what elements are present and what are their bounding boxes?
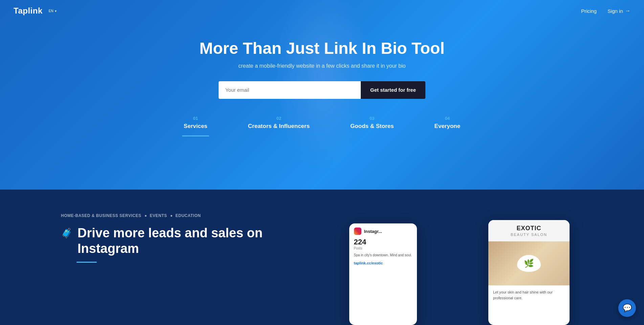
insta-body: 224 Posts Spa in city's downtown. Mind a… — [349, 238, 417, 265]
instagram-phone-mockup: Instagr... 224 Posts Spa in city's downt… — [349, 223, 417, 325]
chat-button[interactable]: 💬 — [618, 299, 636, 317]
hero-subtitle: create a mobile-friendly website in a fe… — [199, 63, 444, 69]
insta-stat-number: 224 — [354, 238, 412, 246]
lower-tags: HOME-BASED & BUSINESS SERVICES EVENTS ED… — [61, 213, 315, 218]
tab-number-1: 01 — [184, 116, 207, 121]
beauty-card-text: Let your skin and hair shine with our pr… — [488, 285, 570, 305]
heading-underline — [76, 262, 97, 263]
beauty-card-subtitle: BEAUTY SALON — [493, 233, 565, 237]
hero-title: More Than Just Link In Bio Tool — [199, 40, 444, 58]
phone-mockups-area: Instagr... 224 Posts Spa in city's downt… — [329, 210, 583, 325]
email-input[interactable] — [219, 81, 361, 99]
tab-goods[interactable]: 03 Goods & Stores — [330, 112, 414, 136]
tab-number-3: 03 — [350, 116, 394, 121]
tabs-bar: 01 Services 02 Creators & Influencers 03… — [163, 99, 481, 136]
beauty-card-header: EXOTIC BEAUTY SALON — [488, 220, 570, 241]
signin-label: Sign in — [607, 8, 623, 14]
lower-content: HOME-BASED & BUSINESS SERVICES EVENTS ED… — [0, 210, 644, 325]
tab-label-everyone: Everyone — [435, 123, 461, 130]
insta-url: taplink.cc/exotic — [354, 261, 412, 265]
dot-1 — [145, 215, 147, 217]
hero-content: More Than Just Link In Bio Tool create a… — [199, 40, 444, 99]
lower-text: HOME-BASED & BUSINESS SERVICES EVENTS ED… — [61, 210, 315, 263]
lower-section: HOME-BASED & BUSINESS SERVICES EVENTS ED… — [0, 190, 644, 325]
tab-number-2: 02 — [248, 116, 310, 121]
hero-form: Get started for free — [199, 81, 444, 99]
tab-number-4: 04 — [435, 116, 461, 121]
tab-everyone[interactable]: 04 Everyone — [414, 112, 481, 136]
pricing-link[interactable]: Pricing — [581, 8, 597, 14]
tab-label-goods: Goods & Stores — [350, 123, 394, 130]
instagram-icon — [354, 228, 361, 235]
tab-label-creators: Creators & Influencers — [248, 123, 310, 130]
nav-right: Pricing Sign in → — [581, 8, 630, 14]
tag-2: EVENTS — [150, 213, 167, 218]
heading-line-1: Drive more leads and sales on — [77, 225, 263, 241]
tag-1: HOME-BASED & BUSINESS SERVICES — [61, 213, 141, 218]
arrow-icon: → — [625, 8, 630, 14]
lower-heading: 🧳 Drive more leads and sales on Instagra… — [61, 225, 315, 256]
navbar: Taplink EN ▾ Pricing Sign in → — [0, 0, 644, 22]
dot-2 — [171, 215, 172, 217]
chat-icon: 💬 — [623, 304, 632, 312]
heading-line-2: Instagram — [77, 241, 263, 257]
leaf-icon: 🌿 — [524, 259, 534, 268]
beauty-bowl: 🌿 — [517, 255, 541, 272]
language-selector[interactable]: EN ▾ — [49, 9, 57, 13]
briefcase-icon: 🧳 — [61, 228, 73, 239]
tab-label-services: Services — [184, 123, 207, 130]
chevron-down-icon: ▾ — [55, 9, 57, 13]
tab-services[interactable]: 01 Services — [163, 112, 228, 136]
insta-stat-label: Posts — [354, 246, 412, 250]
insta-header: Instagr... — [349, 223, 417, 238]
get-started-button[interactable]: Get started for free — [361, 81, 425, 99]
insta-bio: Spa in city's downtown. Mind and soul. — [354, 253, 412, 258]
tab-creators[interactable]: 02 Creators & Influencers — [228, 112, 330, 136]
beauty-card-image: 🌿 — [488, 241, 570, 285]
beauty-salon-card: EXOTIC BEAUTY SALON 🌿 Let your skin and … — [488, 220, 570, 325]
beauty-card-title: EXOTIC — [493, 225, 565, 232]
tag-3: EDUCATION — [176, 213, 201, 218]
language-label: EN — [49, 9, 53, 13]
signin-link[interactable]: Sign in → — [607, 8, 630, 14]
insta-label: Instagr... — [364, 229, 382, 234]
logo[interactable]: Taplink — [14, 6, 43, 16]
hero-section: More Than Just Link In Bio Tool create a… — [0, 0, 644, 190]
